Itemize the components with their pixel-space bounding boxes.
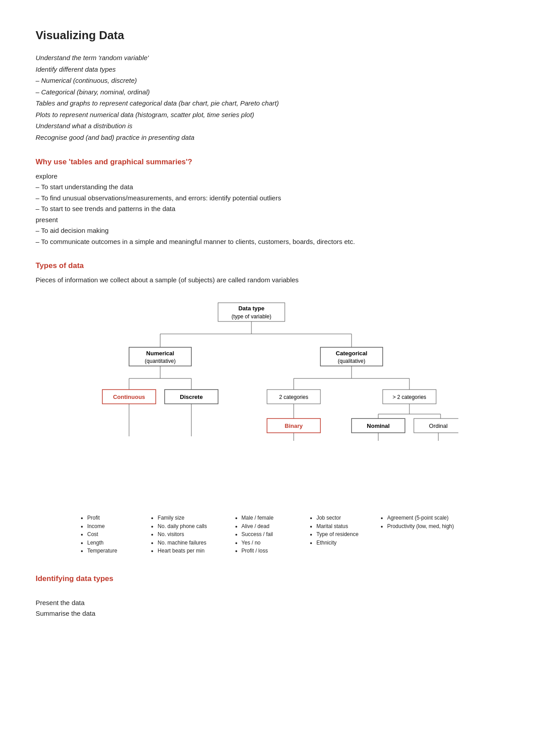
- leaf-item: Marital status: [316, 522, 359, 531]
- section2-description: Pieces of information we collect about a…: [36, 275, 498, 285]
- page-title: Visualizing Data: [36, 27, 498, 44]
- leaf-item: Ethnicity: [316, 539, 359, 547]
- leaf-item: No. visitors: [158, 530, 213, 539]
- svg-text:Ordinal: Ordinal: [429, 423, 448, 429]
- intro-block: Understand the term 'random variable' Id…: [36, 52, 498, 143]
- svg-text:Continuous: Continuous: [113, 394, 145, 400]
- svg-text:Data type: Data type: [239, 305, 265, 312]
- leaf-item: Type of residence: [316, 530, 359, 539]
- section1-heading: Why use 'tables and graphical summaries'…: [36, 156, 498, 168]
- svg-text:(quantitative): (quantitative): [145, 358, 175, 364]
- leaf-item: Heart beats per min: [158, 547, 213, 555]
- present-label: present: [36, 215, 498, 225]
- leaf-item: No. machine failures: [158, 539, 213, 547]
- intro-line-3: – Numerical (continuous, discrete): [36, 75, 498, 86]
- leaf-item: No. daily phone calls: [158, 522, 213, 531]
- intro-line-2: Identify different data types: [36, 64, 498, 75]
- explore-item-1: – To start understanding the data: [36, 182, 498, 192]
- leaf-item: Temperature: [87, 547, 129, 555]
- leaf-item: Agreement (5-point scale): [387, 514, 454, 522]
- svg-text:(qualitative): (qualitative): [338, 358, 365, 364]
- leaf-item: Success / fail: [242, 530, 288, 539]
- section3-heading: Identifying data types: [36, 573, 498, 585]
- svg-text:Categorical: Categorical: [336, 350, 368, 357]
- leaf-item: Length: [87, 539, 129, 547]
- intro-line-6: Plots to represent numerical data (histo…: [36, 109, 498, 121]
- present-item-1: – To aid decision making: [36, 226, 498, 236]
- leaf-item: Family size: [158, 514, 213, 522]
- intro-line-8: Recognise good (and bad) practice in pre…: [36, 132, 498, 143]
- svg-text:Binary: Binary: [285, 423, 303, 429]
- section-why-use: Why use 'tables and graphical summaries'…: [36, 156, 498, 247]
- tree-diagram: Data type (type of variable) Numerical (…: [76, 298, 458, 555]
- svg-text:2 categories: 2 categories: [279, 394, 308, 400]
- explore-item-2: – To find unusual observations/measureme…: [36, 193, 498, 203]
- leaf-list-binary: Male / female Alive / dead Success / fai…: [235, 514, 288, 555]
- leaf-item: Alive / dead: [242, 522, 288, 531]
- leaf-list-discrete: Family size No. daily phone calls No. vi…: [150, 514, 213, 555]
- svg-text:Numerical: Numerical: [146, 350, 174, 357]
- leaf-list-continuous: Profit Income Cost Length Temperature: [80, 514, 129, 555]
- present-item-2: – To communicate outcomes in a simple an…: [36, 237, 498, 247]
- tree-svg: Data type (type of variable) Numerical (…: [76, 298, 458, 512]
- explore-label: explore: [36, 171, 498, 182]
- section-identifying: Identifying data types Present the data …: [36, 573, 498, 619]
- leaf-item: Job sector: [316, 514, 359, 522]
- svg-text:(type of variable): (type of variable): [231, 313, 271, 320]
- leaf-list-ordinal: Agreement (5-point scale) Productivity (…: [380, 514, 454, 555]
- section3-item-2: Summarise the data: [36, 609, 498, 619]
- section3-item-1: Present the data: [36, 598, 498, 608]
- leaf-item: Profit: [87, 514, 129, 522]
- section2-heading: Types of data: [36, 260, 498, 272]
- svg-text:> 2 categories: > 2 categories: [392, 394, 426, 400]
- leaf-item: Male / female: [242, 514, 288, 522]
- leaf-item: Income: [87, 522, 129, 531]
- leaf-item: Profit / loss: [242, 547, 288, 555]
- intro-line-5: Tables and graphs to represent categoric…: [36, 98, 498, 109]
- leaf-item: Cost: [87, 530, 129, 539]
- intro-line-1: Understand the term 'random variable': [36, 52, 498, 64]
- svg-text:Nominal: Nominal: [367, 423, 389, 429]
- section-types-of-data: Types of data Pieces of information we c…: [36, 260, 498, 555]
- leaf-item: Productivity (low, med, high): [387, 522, 454, 531]
- intro-line-4: – Categorical (binary, nominal, ordinal): [36, 86, 498, 98]
- leaf-list-nominal: Job sector Marital status Type of reside…: [309, 514, 359, 555]
- svg-text:Discrete: Discrete: [180, 394, 202, 400]
- leaf-item: Yes / no: [242, 539, 288, 547]
- explore-item-3: – To start to see trends and patterns in…: [36, 204, 498, 214]
- intro-line-7: Understand what a distribution is: [36, 120, 498, 132]
